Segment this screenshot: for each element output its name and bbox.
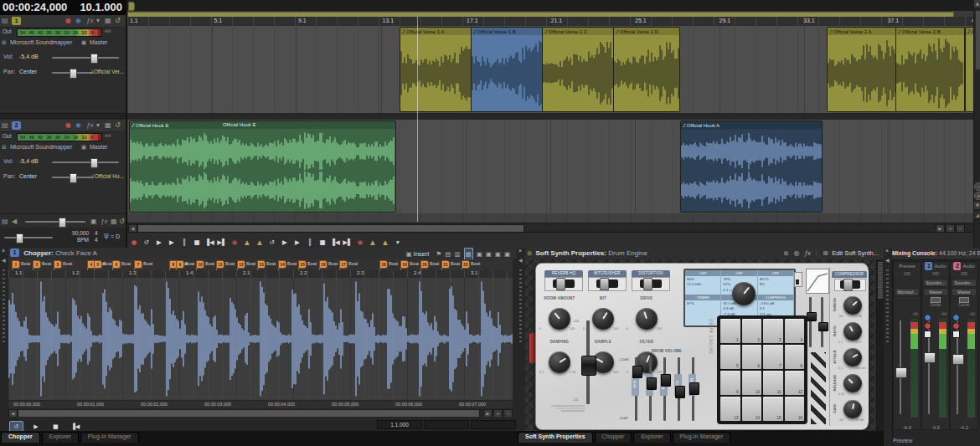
drum-pad-11[interactable]: 11 xyxy=(763,371,783,395)
lcd-toggle-switch[interactable] xyxy=(794,272,802,287)
vol-slider-handle[interactable] xyxy=(90,158,98,168)
strip-bus-button[interactable]: Microsof... xyxy=(895,288,920,296)
play-button[interactable]: ▶ xyxy=(166,236,178,249)
mute-icon[interactable]: ◉ xyxy=(75,15,81,26)
insert-button[interactable]: Insert xyxy=(414,250,430,258)
drum-pad-2[interactable]: 2 xyxy=(742,319,762,343)
drum-pad-15[interactable]: 15 xyxy=(763,397,783,421)
insert-selection-2-icon[interactable]: ▣ xyxy=(504,249,510,260)
collapse-icon[interactable]: ◀ xyxy=(518,257,523,263)
drum-fader-cymbal[interactable]: CYMBAL xyxy=(692,357,694,421)
drum-pad-10[interactable]: 10 xyxy=(742,371,762,395)
erase-tool-2-button[interactable]: ▲ xyxy=(379,236,391,249)
pan-slider-handle[interactable] xyxy=(70,173,77,183)
comp-knob-gain[interactable] xyxy=(843,400,862,418)
beat-marker-flag[interactable]: 22 xyxy=(462,260,470,269)
halve-selection-icon[interactable]: ▤ xyxy=(445,249,451,260)
vol-slider-handle[interactable] xyxy=(90,54,98,64)
collapse-icon[interactable]: ◀ xyxy=(2,257,6,263)
drag-grip[interactable] xyxy=(886,269,889,345)
time-sig-bottom[interactable]: 4 xyxy=(95,237,98,244)
mute-icon[interactable]: ◉ xyxy=(75,120,81,131)
shift-left-icon[interactable]: ▣ xyxy=(477,249,482,260)
record-arm-icon[interactable]: ● xyxy=(65,15,71,26)
drum-fader-tom[interactable]: TOM xyxy=(678,357,680,421)
beat-marker-flag[interactable]: 2 xyxy=(33,260,41,269)
track-number-chip[interactable]: 1 xyxy=(12,17,21,25)
freeze-icon[interactable]: ↺ xyxy=(115,120,121,131)
strip-fader-handle[interactable] xyxy=(952,354,964,365)
loop-playback-button[interactable]: ↺ xyxy=(141,236,152,249)
beat-marker-flag[interactable]: 3 xyxy=(54,260,62,269)
audio-clip[interactable]: ♪Official Hook A xyxy=(680,120,823,213)
double-selection-icon[interactable]: ▥ xyxy=(454,249,460,260)
vol-slider[interactable] xyxy=(52,57,119,59)
timeline-hscrollbar[interactable]: ◀ ▶ + − xyxy=(127,223,973,232)
drum-pad-6[interactable]: 6 xyxy=(742,345,762,369)
fx-chain-icon[interactable]: ƒx xyxy=(805,248,811,259)
beat-marker-flag[interactable]: 17 xyxy=(339,260,348,269)
shift-right-icon[interactable]: ▣ xyxy=(486,249,492,260)
master-volume-slider[interactable] xyxy=(25,221,85,223)
timeline-vscrollbar[interactable]: ▲ − + ▼ ◢ xyxy=(973,0,980,248)
vol-slider[interactable] xyxy=(52,161,119,163)
fader-handle[interactable] xyxy=(661,374,671,387)
audio-clip[interactable]: ♪Official Verse 1 C xyxy=(542,27,615,112)
strip-device-button[interactable]: Soundm... xyxy=(923,279,948,287)
go-to-end-2-button[interactable]: ▶▌ xyxy=(342,236,353,249)
track-number-chip[interactable]: 2 xyxy=(12,121,21,130)
go-to-end-button[interactable]: ▶▌ xyxy=(216,236,228,249)
master-plugin-icon[interactable]: ▦ xyxy=(111,216,117,227)
loop-playback-2-button[interactable]: ↺ xyxy=(266,236,278,249)
edit-soft-synth-button[interactable]: Edit Soft Synth... xyxy=(832,249,879,257)
master-refresh-icon[interactable]: ↺ xyxy=(119,216,125,227)
fx-icon[interactable]: ƒx xyxy=(86,120,93,131)
browse-icon[interactable]: ◍ xyxy=(794,248,800,259)
drum-pad-14[interactable]: 14 xyxy=(742,397,762,421)
fader-handle[interactable] xyxy=(647,377,657,390)
audio-clip[interactable]: ♪Official Verse 1 B xyxy=(471,27,544,112)
vscroll-thumb[interactable] xyxy=(975,10,980,70)
preset-icon[interactable]: ⊛ xyxy=(783,248,788,259)
project-key[interactable]: = D xyxy=(111,233,120,239)
go-to-start-2-button[interactable]: ▐◀ xyxy=(329,236,341,249)
strip-bus-button[interactable]: Master xyxy=(952,288,977,296)
comp-knob-ratio[interactable] xyxy=(843,322,862,341)
pitch-fader-handle[interactable] xyxy=(581,356,596,376)
fader-handle[interactable] xyxy=(689,382,699,395)
drag-grip[interactable] xyxy=(519,269,522,345)
knob-damping[interactable] xyxy=(549,351,570,373)
drum-fader-hi-hat[interactable]: HI-HAT xyxy=(663,357,666,421)
zoom-in-track-icon[interactable]: + xyxy=(974,192,980,200)
compressor-switch[interactable] xyxy=(834,279,866,291)
fx-icon[interactable]: ƒx xyxy=(86,15,93,26)
synth-tab-plug-in-manager[interactable]: Plug-In Manager xyxy=(673,432,731,443)
audio-clip[interactable]: ♪Official Hook EOfficial Hook E xyxy=(129,120,396,213)
track-menu-icon[interactable]: ▤ xyxy=(2,120,8,131)
close-icon[interactable]: × xyxy=(518,248,522,254)
strip-bus-button[interactable]: Master xyxy=(923,288,948,296)
go-to-start-button[interactable]: ▐◀ xyxy=(204,236,215,249)
chopper-tab-plug-in-manager[interactable]: Plug-In Manager xyxy=(80,432,139,443)
beat-marker-flag[interactable]: 10 xyxy=(196,260,204,269)
beat-marker-flag[interactable]: 6 xyxy=(112,260,121,269)
vscroll-thumb[interactable] xyxy=(878,262,883,299)
beat-marker-flag[interactable]: 20 xyxy=(420,260,429,269)
beat-marker-flag[interactable]: 5 xyxy=(94,260,102,269)
draw-tool-button[interactable]: ▲ xyxy=(241,236,253,249)
play-from-start-2-button[interactable]: ▶ xyxy=(279,236,291,249)
chopper-tab-chopper[interactable]: Chopper xyxy=(1,432,40,443)
beat-marker-flag[interactable]: 1 xyxy=(12,260,20,269)
knob-drive[interactable] xyxy=(636,308,658,330)
beat-marker-flag[interactable]: 11 xyxy=(216,260,224,269)
pan-slider-handle[interactable] xyxy=(70,69,77,79)
beat-marker-flag[interactable]: 9 xyxy=(176,260,184,269)
stop-2-button[interactable]: ■ xyxy=(317,236,328,249)
knob-timbre[interactable] xyxy=(732,282,756,305)
audio-clip[interactable]: ♪Official Verse 1 D xyxy=(613,27,680,112)
drum-pad-9[interactable]: 9 xyxy=(720,371,740,395)
track-menu-icon[interactable]: ▤ xyxy=(2,15,8,26)
track-fx-icon[interactable]: ▦ xyxy=(105,15,111,26)
freeze-icon[interactable]: ↺ xyxy=(115,15,121,26)
scroll-down-icon[interactable]: ▼ xyxy=(974,202,980,210)
